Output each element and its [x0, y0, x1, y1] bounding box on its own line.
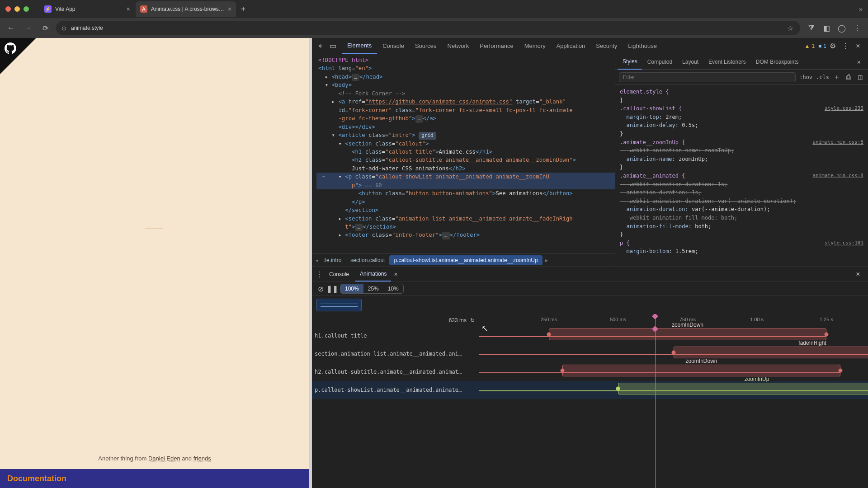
decoration — [145, 228, 163, 229]
devtools: ⌖ ▭ Elements Console Sources Network Per… — [312, 38, 868, 488]
drawer-tab-animations[interactable]: Animations — [355, 267, 391, 282]
tab-console[interactable]: Console — [377, 38, 410, 54]
more-tabs-icon[interactable]: » — [853, 56, 865, 68]
breadcrumb[interactable]: ◂ :le.intro section.callout p.callout-sh… — [312, 253, 615, 267]
animation-track[interactable]: section.animation-list.animate__animated… — [312, 345, 868, 363]
minimize-window-icon[interactable] — [14, 6, 20, 12]
keyframe-point[interactable] — [561, 369, 565, 373]
animation-bar[interactable]: zoomInDown — [549, 328, 826, 340]
tick-label: 1.00 s — [750, 317, 764, 322]
tab-dom-breakpoints[interactable]: DOM Breakpoints — [751, 54, 803, 70]
cls-toggle[interactable]: .cls — [816, 74, 829, 80]
profile-icon[interactable]: ◯ — [835, 22, 848, 34]
tab-layout[interactable]: Layout — [678, 54, 703, 70]
keyframe-point[interactable] — [824, 333, 828, 337]
playback-speed: 100% 25% 10% — [340, 284, 404, 294]
devtools-tabs: ⌖ ▭ Elements Console Sources Network Per… — [312, 38, 868, 54]
speed-10[interactable]: 10% — [383, 284, 403, 293]
print-icon[interactable]: ⎙ — [844, 71, 853, 84]
drawer-tab-console[interactable]: Console — [325, 267, 354, 282]
browser-menu-icon[interactable]: ⋮ — [851, 22, 863, 34]
pause-icon[interactable]: ❚❚ — [328, 282, 336, 295]
github-icon[interactable] — [5, 42, 16, 54]
close-tab-icon[interactable]: × — [228, 5, 231, 13]
url-input[interactable]: ⊙ animate.style ☆ — [56, 21, 800, 35]
settings-icon[interactable]: ⚙ — [826, 40, 839, 52]
device-toggle-icon[interactable]: ▭ — [328, 40, 337, 52]
documentation-header[interactable]: Documentation — [0, 469, 309, 488]
tab-network[interactable]: Network — [442, 38, 475, 54]
reload-button[interactable]: ⟳ — [39, 22, 52, 34]
replay-icon[interactable]: ↻ — [470, 317, 475, 324]
animation-timeline[interactable]: 633 ms ↻ 250 ms500 ms750 ms1.00 s1.25 s1… — [312, 314, 868, 488]
animation-bar[interactable]: zoomInDown — [562, 365, 840, 376]
track-label: h2.callout-subtitle.animate__animated.an… — [312, 369, 479, 375]
animation-track[interactable]: h2.callout-subtitle.animate__animated.an… — [312, 363, 868, 381]
animation-group[interactable] — [312, 296, 868, 314]
styles-tabs: Styles Computed Layout Event Listeners D… — [615, 54, 868, 70]
computed-toggle-icon[interactable]: ◫ — [856, 71, 864, 84]
side-panel-icon[interactable]: ◧ — [820, 22, 833, 34]
browser-tabs: ⚡ Vite App × A Animate.css | A cross-bro… — [40, 1, 250, 17]
speed-25[interactable]: 25% — [363, 284, 383, 293]
tab-elements[interactable]: Elements — [342, 38, 377, 54]
tab-sources[interactable]: Sources — [410, 38, 442, 54]
drawer-menu-icon[interactable]: ⋮ — [316, 268, 323, 281]
animation-bar[interactable]: fadeInRight — [674, 347, 868, 358]
new-rule-icon[interactable]: + — [833, 71, 841, 84]
author-link[interactable]: Daniel Eden — [148, 455, 180, 462]
friends-link[interactable]: friends — [193, 455, 211, 462]
extensions-icon[interactable]: ⧩ — [805, 22, 817, 34]
tab-event-listeners[interactable]: Event Listeners — [704, 54, 750, 70]
tab-memory[interactable]: Memory — [519, 38, 551, 54]
browser-tab-vite[interactable]: ⚡ Vite App × — [40, 1, 135, 17]
nav-back-button[interactable]: ← — [5, 22, 17, 34]
nav-forward-button[interactable]: → — [22, 22, 34, 34]
close-tab-icon[interactable]: × — [127, 5, 130, 13]
maximize-window-icon[interactable] — [24, 6, 29, 12]
animation-track[interactable]: h1.callout-titlezoomInDown — [312, 327, 868, 345]
close-window-icon[interactable] — [5, 6, 11, 12]
site-info-icon[interactable]: ⊙ — [61, 25, 66, 32]
keyframe-point[interactable] — [838, 369, 842, 373]
animation-bar[interactable]: zoomInUp — [618, 383, 868, 394]
tab-lighthouse[interactable]: Lighthouse — [623, 38, 662, 54]
animation-name: fadeInRight — [798, 340, 826, 346]
playhead-line[interactable] — [655, 327, 656, 488]
viewport: Another thing from Daniel Eden and frien… — [0, 38, 312, 488]
css-rules[interactable]: element.style { } style.css:233.callout-… — [615, 85, 868, 267]
current-time: 633 ms — [449, 317, 467, 324]
bookmark-icon[interactable]: ☆ — [786, 22, 795, 34]
hov-toggle[interactable]: :hov — [799, 74, 812, 80]
styles-filter-input[interactable] — [619, 72, 796, 82]
page-footer: Another thing from Daniel Eden and frien… — [0, 455, 309, 462]
close-drawer-icon[interactable]: × — [852, 268, 864, 281]
speed-100[interactable]: 100% — [340, 284, 363, 293]
close-devtools-icon[interactable]: × — [852, 40, 864, 52]
keyframe-point[interactable] — [672, 351, 676, 355]
clear-icon[interactable]: ⊘ — [316, 282, 325, 295]
tab-computed[interactable]: Computed — [643, 54, 677, 70]
tab-title: Vite App — [55, 6, 75, 12]
tab-performance[interactable]: Performance — [474, 38, 519, 54]
close-tab-icon[interactable]: × — [394, 271, 397, 278]
favicon-icon: A — [140, 5, 147, 13]
inspect-icon[interactable]: ⌖ — [316, 40, 325, 52]
new-tab-button[interactable]: + — [237, 3, 250, 15]
tab-styles[interactable]: Styles — [618, 54, 642, 70]
animation-track[interactable]: p.callout-showList.animate__animated.ani… — [312, 381, 868, 399]
browser-tab-animate[interactable]: A Animate.css | A cross-brows… × — [136, 1, 236, 17]
tab-overflow-icon[interactable]: » — [859, 5, 863, 13]
warnings-badge[interactable]: ▲ 1 — [804, 43, 815, 49]
tab-application[interactable]: Application — [551, 38, 591, 54]
tab-security[interactable]: Security — [590, 38, 623, 54]
keyframe-point[interactable] — [616, 387, 620, 391]
track-label: p.callout-showList.animate__animated.ani… — [312, 387, 479, 393]
keyframe-point[interactable] — [547, 333, 551, 337]
issues-badge[interactable]: ■ 1 — [818, 43, 826, 49]
more-icon[interactable]: ⋮ — [839, 40, 852, 52]
dom-tree[interactable]: <!DOCTYPE html> <html lang="en"> ▸ <head… — [312, 54, 615, 253]
drawer: ⋮ Console Animations × × ⊘ ❚❚ 100% 25% 1… — [312, 267, 868, 488]
playhead[interactable] — [655, 314, 656, 327]
url-text: animate.style — [71, 25, 103, 31]
